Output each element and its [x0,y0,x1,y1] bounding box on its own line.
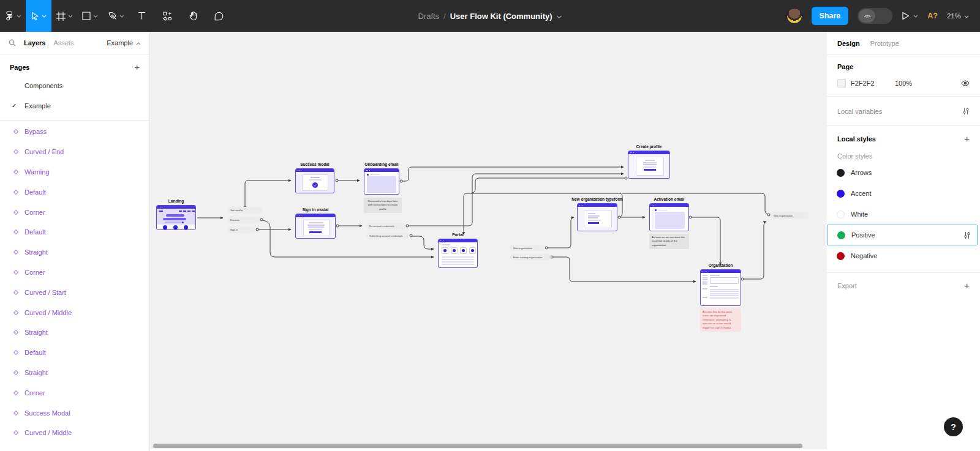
avatar[interactable] [786,8,802,24]
file-title[interactable]: User Flow Kit (Community) [450,12,552,21]
flow-node-portal[interactable]: Portal [438,239,478,268]
flow-pill[interactable]: Discover [227,217,260,223]
tool-group [0,0,232,32]
present-button[interactable] [902,12,918,20]
layer-row[interactable]: Straight [0,322,149,343]
breadcrumb[interactable]: Drafts / User Flow Kit (Community) [418,0,562,32]
flow-node-create-profile[interactable]: Create profile [628,151,670,179]
layer-row[interactable]: Straight [0,242,149,263]
resources-tool-button[interactable] [154,0,180,32]
layer-label: Straight [24,248,48,256]
frame-label: Onboarding email [352,162,412,166]
color-style-accent[interactable]: Accent [827,183,980,204]
flow-pill[interactable]: Join waitlist [227,207,263,214]
page-dropdown[interactable]: Example [107,39,141,47]
layer-row[interactable]: Default [0,343,149,363]
zoom-menu[interactable]: 21% [947,12,969,20]
dev-mode-toggle[interactable]: </> [858,8,892,24]
flow-note[interactable]: Received a few days later with instructi… [364,198,402,213]
layer-row[interactable]: Default [0,182,149,202]
layer-row[interactable]: Curved / Middle [0,423,149,443]
layer-label: Default [24,228,46,236]
flow-node-onboarding-email[interactable]: Onboarding email [364,168,399,195]
flow-pill[interactable]: Submitting account credentials [366,233,409,239]
flow-note[interactable]: Assume that by this point, users are reg… [700,308,741,332]
text-tool-button[interactable] [129,0,154,32]
spell-check-badge[interactable]: A? [927,12,938,20]
layer-row[interactable]: Curved / Start [0,282,149,302]
local-variables-row[interactable]: Local variables [827,97,980,126]
flow-pill[interactable]: Enter existing organization [510,254,551,260]
layers-panel: Layers Assets Example Pages + Components… [0,32,150,451]
flow-node-landing[interactable]: Landing [156,205,196,230]
flow-node-organization[interactable]: Organization [700,269,741,306]
color-style-negative[interactable]: Negative [827,245,980,266]
color-swatch [837,211,845,218]
comment-tool-button[interactable] [206,0,232,32]
add-page-button[interactable]: + [134,64,140,70]
chevron-down-icon[interactable] [557,12,562,21]
top-toolbar: Drafts / User Flow Kit (Community) Share… [0,0,980,32]
layers-list: Bypass Curved / End Warning Default Corn… [0,120,149,443]
color-style-arrows[interactable]: Arrows [827,162,980,183]
canvas[interactable]: Landing Success modal [150,32,827,451]
flow-node-new-organization-typeform[interactable]: New organization typeform [577,203,617,231]
layer-row[interactable]: Bypass [0,122,149,142]
pen-tool-button[interactable] [103,0,129,32]
layer-row[interactable]: Curved / Middle [0,302,149,322]
layer-row[interactable]: Warning [0,162,149,182]
color-swatch [837,169,845,177]
layer-row[interactable]: Corner [0,382,149,403]
tab-prototype[interactable]: Prototype [870,40,899,47]
mockup-titlebar [701,270,741,273]
color-style-positive[interactable]: Positive [827,225,978,245]
frame-label: New organization typeform [565,197,630,201]
pages-header: Pages [10,64,29,71]
tab-design[interactable]: Design [837,40,860,47]
page-color-swatch[interactable] [837,79,846,88]
share-button[interactable]: Share [812,7,849,25]
color-style-label: Positive [851,231,875,239]
horizontal-scrollbar[interactable] [153,444,802,448]
page-color-opacity[interactable]: 100% [895,80,956,87]
flow-pill[interactable]: Sign in [227,226,255,233]
edit-style-icon[interactable] [963,231,971,239]
layer-row[interactable]: Default [0,222,149,242]
eye-icon[interactable] [961,80,970,86]
mockup-titlebar [439,239,477,242]
layer-row[interactable]: Straight [0,363,149,383]
flow-pill[interactable]: New organization [771,212,809,219]
comment-icon [214,12,224,21]
flow-note[interactable]: As soon as we can meet the essential nee… [649,234,689,249]
hand-tool-button[interactable] [180,0,206,32]
main-menu-button[interactable] [0,0,26,32]
export-section[interactable]: Export + [827,273,980,299]
move-tool-button[interactable] [26,0,51,32]
tab-assets[interactable]: Assets [53,39,74,47]
variables-icon[interactable] [962,107,970,115]
flow-pill[interactable]: No account credentials [366,223,405,229]
layer-row[interactable]: Corner [0,263,149,283]
flow-node-sign-in-modal[interactable]: Sign in modal [295,214,336,239]
layer-row[interactable]: Success Modal [0,403,149,423]
color-style-white[interactable]: White [827,204,980,225]
search-icon[interactable] [9,39,16,47]
page-item-components[interactable]: Components [0,75,149,95]
flow-pill[interactable]: New organization [510,245,545,251]
flow-node-success-modal[interactable]: Success modal ✓ [295,168,334,193]
shape-tool-button[interactable] [77,0,103,32]
local-variables-label: Local variables [837,108,882,115]
flow-node-activation-email[interactable]: Activation email [649,203,689,231]
layer-label: Curved / Start [24,289,66,296]
page-color-hex[interactable]: F2F2F2 [851,80,890,87]
breadcrumb-drafts[interactable]: Drafts [418,12,439,21]
page-item-example[interactable]: ✓ Example [0,95,149,116]
layer-row[interactable]: Curved / End [0,142,149,162]
frame-tool-button[interactable] [51,0,77,32]
add-style-button[interactable]: + [964,136,970,142]
chevron-down-icon [93,15,98,18]
tab-layers[interactable]: Layers [24,39,45,47]
help-button[interactable]: ? [944,417,963,436]
layer-row[interactable]: Corner [0,202,149,222]
add-export-button[interactable]: + [964,283,970,289]
